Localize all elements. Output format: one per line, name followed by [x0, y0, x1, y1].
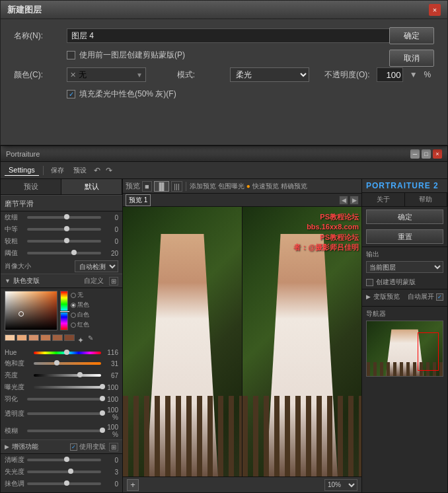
left-tab-preset[interactable]: 预设: [1, 179, 61, 194]
fine-value: 0: [104, 214, 118, 221]
decolor-row: 抹色调 0: [1, 478, 122, 490]
fine-slider[interactable]: [27, 216, 101, 219]
save-button[interactable]: 保存: [48, 165, 67, 176]
ok-button[interactable]: 确定: [389, 27, 434, 44]
vignette-slider[interactable]: [27, 471, 101, 473]
softness-label: 羽化: [5, 395, 24, 404]
opacity-input[interactable]: [377, 67, 403, 82]
opacity-label: 不透明度(O):: [324, 69, 370, 81]
navigator-thumbnail[interactable]: [366, 321, 443, 377]
left-tab-default[interactable]: 默认: [61, 179, 122, 194]
clip-checkbox[interactable]: [67, 51, 75, 59]
swatch-6[interactable]: [64, 334, 75, 341]
use-version-checkbox[interactable]: ✓: [70, 443, 77, 451]
after-pane: PS教程论坛 bbs.16xx8.com PS教程论坛 者：@摄影师吕佳明: [243, 207, 361, 476]
name-row: 名称(N):: [14, 28, 434, 43]
mode-select[interactable]: 柔光: [230, 67, 309, 82]
minimize-button[interactable]: ─: [410, 149, 420, 159]
add-preview-btn[interactable]: 添加预览: [190, 182, 216, 191]
navigator-section: 导航器: [362, 306, 447, 492]
right-tab-help[interactable]: 帮助: [405, 193, 448, 206]
coarse-value: 0: [104, 238, 118, 245]
dialog-close-button[interactable]: ×: [429, 4, 441, 16]
settings-tab[interactable]: Settings: [5, 165, 39, 176]
close-button[interactable]: ×: [433, 149, 442, 159]
view-single-icon[interactable]: ■: [142, 181, 152, 192]
swatch-4[interactable]: [40, 334, 51, 341]
auto-expand-checkbox[interactable]: ✓: [436, 293, 443, 301]
preset-button[interactable]: 预设: [70, 165, 90, 176]
coarse-slider[interactable]: [27, 240, 101, 243]
fine-slider-row: 纹细 0: [1, 211, 122, 223]
skin-grid-icon[interactable]: ⊞: [109, 277, 118, 285]
enhancer-grid-icon[interactable]: ⊞: [109, 443, 118, 451]
portrait-size-select[interactable]: 自动检测: [75, 260, 118, 272]
luminance-slider[interactable]: [34, 386, 101, 389]
right-reset-button[interactable]: 重置: [366, 229, 443, 244]
hue-bar[interactable]: [60, 291, 68, 330]
portraiture2-title: PORTRAITURE 2: [366, 181, 439, 190]
enhancer-header: ▶ 增强功能 ✓ 使用变版 ⊞: [1, 439, 122, 454]
color-gradient[interactable]: [5, 291, 57, 330]
swatch-3[interactable]: [28, 334, 39, 341]
nav-next-button[interactable]: ▶: [350, 196, 359, 205]
luminance-label: 曝光度: [5, 383, 31, 392]
brightness-row: 亮度 67: [1, 369, 122, 381]
opacity-dropdown-arrow[interactable]: ▼: [410, 70, 418, 79]
auto-expand-label: 自动展开: [408, 292, 434, 301]
edit-icon[interactable]: ✎: [88, 334, 93, 346]
saturation-row: 饱和度 31: [1, 358, 122, 369]
add-preview-bottom-button[interactable]: +: [127, 479, 139, 491]
swatch-1[interactable]: [5, 334, 15, 341]
decolor-slider[interactable]: [27, 482, 101, 485]
brightness-slider[interactable]: [34, 374, 101, 377]
name-input[interactable]: [67, 28, 434, 43]
compare-section: ▶ 变版预览 自动展开 ✓: [362, 289, 447, 306]
threshold-value: 20: [104, 250, 118, 257]
navigator-label: 导航器: [366, 309, 443, 319]
color-crosshair: [19, 311, 24, 317]
undo-icon[interactable]: ↶: [93, 166, 102, 175]
fill-checkbox[interactable]: ✓: [67, 90, 75, 98]
fine-preview-btn[interactable]: 精确预览: [281, 182, 307, 191]
use-version-row: ✓ 使用变版 ⊞: [70, 442, 118, 451]
blur-row: 模糊 100 %: [1, 422, 122, 439]
view-split-icon[interactable]: ▐▌: [154, 181, 170, 192]
smooth-section-title: 磨节平滑: [1, 195, 122, 211]
surrounding-glow-btn[interactable]: 包围曝光: [218, 182, 244, 191]
blur-slider[interactable]: [27, 430, 101, 432]
right-ok-button[interactable]: 确定: [366, 209, 443, 224]
radio-red-dot[interactable]: [71, 322, 76, 328]
swatch-5[interactable]: [52, 334, 63, 341]
preview-tab-1[interactable]: 预览 1: [126, 194, 151, 206]
maximize-button[interactable]: □: [422, 149, 431, 159]
zoom-select[interactable]: 10% 25% 50% 100%: [324, 479, 357, 491]
threshold-slider[interactable]: [27, 252, 101, 254]
color-select[interactable]: ✕ 无 ▼: [67, 67, 146, 82]
hue-slider[interactable]: [34, 352, 101, 354]
eyedropper-icon[interactable]: ✦: [76, 334, 85, 346]
skin-swatches: ✦ ✎: [1, 333, 122, 348]
softness-slider[interactable]: [27, 398, 101, 400]
quick-preview-btn[interactable]: 快速预览: [252, 182, 279, 191]
nav-viewport-box: [418, 332, 439, 371]
medium-slider[interactable]: [27, 228, 101, 231]
radio-none-dot[interactable]: [71, 293, 76, 298]
transparency-slider[interactable]: [27, 412, 101, 415]
redo-icon[interactable]: ↷: [104, 166, 114, 175]
output-label: 输出: [366, 250, 443, 259]
create-mask-label: 创建透明蒙版: [376, 278, 416, 287]
skin-section-name: 肤色变版: [13, 276, 81, 285]
swatch-2[interactable]: [17, 334, 27, 341]
nav-prev-button[interactable]: ◀: [339, 196, 348, 205]
radio-white-dot[interactable]: [71, 313, 76, 318]
portraiture-toolbar: Settings 保存 预设 ↶ ↷: [1, 162, 447, 179]
right-tab-about[interactable]: 关于: [362, 193, 405, 206]
saturation-slider[interactable]: [34, 362, 101, 365]
view-multi-icon[interactable]: |||: [171, 181, 182, 192]
create-mask-checkbox[interactable]: [366, 279, 373, 286]
radio-black-dot[interactable]: [71, 303, 76, 308]
sharpness-slider[interactable]: [27, 459, 101, 461]
cancel-button[interactable]: 取消: [389, 50, 434, 67]
output-select[interactable]: 当前图层: [366, 261, 443, 273]
